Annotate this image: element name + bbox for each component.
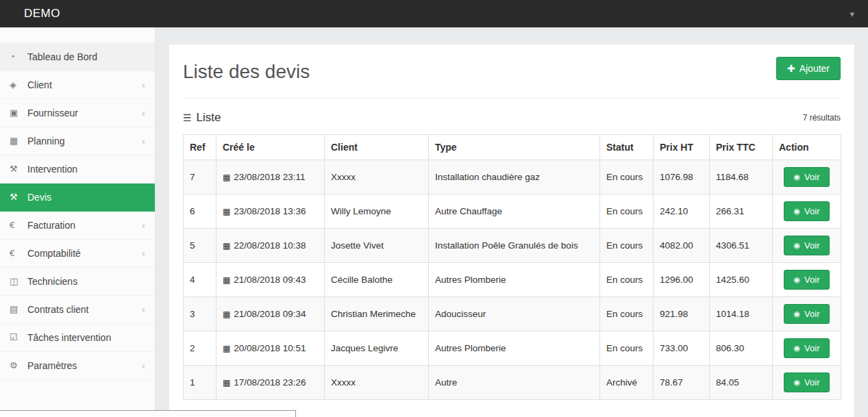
sidebar-item-tableau-de-bord[interactable]: ◔Tableau de Bord bbox=[0, 42, 155, 71]
cell-prix-ht: 921.98 bbox=[654, 297, 710, 331]
voir-button[interactable]: ◉Voir bbox=[784, 167, 829, 187]
cell-prix-ht: 1296.00 bbox=[654, 263, 710, 297]
euro-icon: € bbox=[10, 247, 27, 260]
voir-button-label: Voir bbox=[804, 240, 819, 251]
cell-client: Xxxxx bbox=[325, 366, 429, 400]
sidebar-item-taches-intervention[interactable]: ☑Tâches intervention bbox=[0, 324, 155, 352]
voir-button[interactable]: ◉Voir bbox=[784, 338, 829, 358]
sidebar-item-label: Planning bbox=[27, 135, 65, 147]
cell-client: Josette Vivet bbox=[325, 229, 429, 263]
section-title-label: Liste bbox=[197, 111, 221, 125]
eye-icon: ◉ bbox=[793, 344, 800, 353]
devis-table: RefCréé leClientTypeStatutPrix HTPrix TT… bbox=[183, 134, 841, 400]
calendar-icon: ▦ bbox=[223, 173, 230, 182]
cell-client: Christian Merimeche bbox=[325, 297, 429, 331]
eye-icon: ◉ bbox=[793, 309, 800, 318]
column-header-prix-ttc: Prix TTC bbox=[710, 135, 773, 160]
column-header-ref: Ref bbox=[184, 135, 216, 160]
check-square-icon: ☑ bbox=[10, 331, 27, 344]
table-row: 1▦17/08/2018 23:26XxxxxAutreArchivé78.67… bbox=[184, 366, 841, 400]
column-header-statut: Statut bbox=[600, 135, 654, 160]
voir-button[interactable]: ◉Voir bbox=[784, 236, 829, 255]
sidebar-item-client[interactable]: ◈Client‹ bbox=[0, 71, 155, 99]
eye-icon: ◉ bbox=[793, 241, 800, 250]
cell-created: ▦23/08/2018 13:36 bbox=[216, 194, 325, 229]
voir-button[interactable]: ◉Voir bbox=[784, 201, 829, 221]
sidebar-item-comptabilite[interactable]: €Comptabilité‹ bbox=[0, 240, 155, 268]
cell-action: ◉Voir bbox=[773, 194, 841, 229]
sidebar-item-planning[interactable]: ▦Planning‹ bbox=[0, 127, 155, 155]
calendar-icon: ▦ bbox=[223, 241, 230, 251]
voir-button-label: Voir bbox=[804, 377, 819, 388]
page-title: Liste des devis bbox=[183, 61, 310, 83]
cell-statut: En cours bbox=[600, 229, 654, 263]
cell-prix-ht: 1076.98 bbox=[654, 160, 710, 194]
column-header-client: Client bbox=[325, 135, 429, 160]
voir-button-label: Voir bbox=[804, 309, 819, 319]
cell-prix-ttc: 1425.60 bbox=[710, 263, 773, 297]
main-content: Liste des devis ✚ Ajouter ☰ Liste 7 résu… bbox=[156, 27, 868, 417]
sidebar-item-label: Tableau de Bord bbox=[27, 51, 97, 63]
eye-icon: ◉ bbox=[793, 207, 800, 216]
list-icon: ☰ bbox=[183, 112, 192, 123]
section-title: ☰ Liste bbox=[183, 111, 221, 125]
add-button-label: Ajouter bbox=[799, 63, 830, 74]
calendar-icon: ▦ bbox=[10, 135, 27, 147]
cell-ref: 6 bbox=[184, 194, 216, 229]
sidebar-item-techniciens[interactable]: ◫Techniciens bbox=[0, 268, 155, 296]
cell-statut: En cours bbox=[600, 297, 654, 331]
voir-button-label: Voir bbox=[804, 343, 819, 353]
cell-type: Autre Chauffage bbox=[429, 194, 600, 229]
calendar-icon: ▦ bbox=[223, 378, 230, 388]
gears-icon: ⚙ bbox=[10, 359, 27, 372]
sidebar-item-label: Client bbox=[27, 79, 52, 91]
cell-created: ▦23/08/2018 23:11 bbox=[216, 160, 325, 194]
cell-client: Xxxxx bbox=[325, 160, 429, 194]
cell-ref: 5 bbox=[184, 229, 216, 263]
sidebar-item-parametres[interactable]: ⚙Paramètres‹ bbox=[0, 352, 155, 380]
sidebar-item-fournisseur[interactable]: ▣Fournisseur‹ bbox=[0, 99, 155, 127]
chevron-left-icon: ‹ bbox=[142, 249, 145, 258]
table-row: 2▦20/08/2018 10:51Jacques LegivreAutres … bbox=[184, 331, 841, 366]
sidebar-item-label: Intervention bbox=[27, 163, 77, 175]
sidebar-item-facturation[interactable]: €Facturation‹ bbox=[0, 212, 155, 240]
sidebar-item-devis[interactable]: ⚒Devis bbox=[0, 184, 155, 212]
voir-button[interactable]: ◉Voir bbox=[784, 372, 829, 392]
table-header-row: RefCréé leClientTypeStatutPrix HTPrix TT… bbox=[184, 135, 841, 160]
briefcase-icon: ◫ bbox=[10, 275, 27, 288]
cell-type: Autre bbox=[429, 366, 600, 400]
sidebar-item-label: Contrats client bbox=[27, 303, 88, 316]
cell-prix-ttc: 1184.68 bbox=[710, 160, 773, 194]
eye-icon: ◉ bbox=[793, 173, 800, 181]
cell-prix-ht: 242.10 bbox=[654, 194, 710, 229]
sidebar-item-intervention[interactable]: ⚒Intervention bbox=[0, 155, 155, 184]
voir-button-label: Voir bbox=[804, 172, 819, 182]
voir-button[interactable]: ◉Voir bbox=[784, 304, 829, 324]
cell-created: ▦17/08/2018 23:26 bbox=[216, 366, 325, 400]
add-button[interactable]: ✚ Ajouter bbox=[776, 57, 841, 80]
sidebar-item-label: Paramètres bbox=[27, 359, 77, 372]
cell-client: Jacques Legivre bbox=[325, 331, 429, 366]
list-section-header: ☰ Liste 7 résultats bbox=[183, 111, 841, 125]
cell-prix-ttc: 266.31 bbox=[710, 194, 773, 229]
table-row: 6▦23/08/2018 13:36Willy LemoyneAutre Cha… bbox=[184, 194, 841, 229]
cell-created: ▦20/08/2018 10:51 bbox=[216, 331, 325, 366]
cell-action: ◉Voir bbox=[773, 297, 841, 331]
tools-icon: ⚒ bbox=[10, 163, 27, 175]
devis-card: Liste des devis ✚ Ajouter ☰ Liste 7 résu… bbox=[169, 45, 854, 417]
cell-prix-ttc: 84.05 bbox=[710, 366, 773, 400]
cell-type: Adoucisseur bbox=[429, 297, 600, 331]
chevron-left-icon: ‹ bbox=[142, 361, 145, 370]
cell-ref: 3 bbox=[184, 297, 216, 331]
eye-icon: ◉ bbox=[793, 378, 800, 387]
calendar-icon: ▦ bbox=[223, 207, 230, 216]
column-header-type: Type bbox=[429, 135, 600, 160]
sidebar-item-label: Devis bbox=[27, 191, 51, 203]
table-header: RefCréé leClientTypeStatutPrix HTPrix TT… bbox=[184, 135, 841, 160]
sidebar-item-contrats-client[interactable]: ▤Contrats client‹ bbox=[0, 296, 155, 324]
eye-icon: ◉ bbox=[793, 275, 800, 284]
cell-client: Cécille Balothe bbox=[325, 263, 429, 297]
chevron-down-icon[interactable]: ▾ bbox=[850, 9, 854, 19]
cell-created: ▦21/08/2018 09:34 bbox=[216, 297, 325, 331]
voir-button[interactable]: ◉Voir bbox=[784, 270, 829, 290]
